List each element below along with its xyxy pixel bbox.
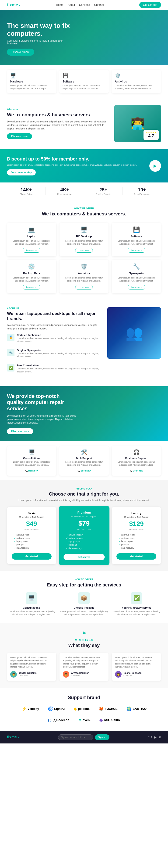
offer-card-laptop-title: Laptop: [11, 235, 53, 238]
discount-cta-button[interactable]: Join membership: [7, 169, 36, 176]
step-consultations-icon: 🖥️: [26, 592, 37, 604]
pricing-luxury-price: $129: [116, 520, 156, 528]
offer-laptop-learn-button[interactable]: Learn more: [23, 248, 40, 253]
step-package: 📦 Choose Package Lorem ipsum dolor sit a…: [60, 592, 108, 616]
support-tech-link[interactable]: 📞 Book now: [77, 470, 91, 472]
twitter-icon[interactable]: t: [151, 735, 152, 739]
support-customer-link[interactable]: 📞 Book now: [130, 470, 143, 472]
offer-card-backup-desc: Lorem ipsum dolor sit amet, consectetur …: [11, 276, 53, 282]
service-card-software: 💾 Software Lorem ipsum dolor sit amet, c…: [59, 70, 109, 93]
footer-logo-accent: me: [11, 735, 17, 739]
offer-antivirus-learn-button[interactable]: Learn more: [75, 285, 93, 289]
laptop-icon: 💻: [11, 226, 53, 233]
stat-members: 4K+ Members Active: [45, 187, 84, 195]
youtube-icon[interactable]: ▶: [154, 735, 157, 739]
footer-signup-button[interactable]: Sign up: [95, 734, 109, 740]
brand-aven-name: aven.: [83, 718, 91, 722]
step-package-icon: 📦: [78, 592, 90, 604]
testimonial-3-name: Rachel Johnson: [124, 672, 141, 674]
pricing-basic-f1: antivirus repair: [12, 534, 52, 536]
offer-desktop-learn-button[interactable]: Learn more: [75, 248, 93, 253]
service-title-antivirus: Antivirus: [115, 80, 158, 83]
asgardia-icon: ◈: [99, 717, 103, 723]
repair-feature-certified-desc: Lorem ipsum dolor sit amet, consectetur …: [17, 337, 103, 343]
offer-backup-learn-button[interactable]: Learn more: [23, 285, 40, 289]
testimonial-1-text: Lorem ipsum dolor sit amet, consectetur …: [10, 656, 53, 669]
pricing-luxury-cta[interactable]: Get started: [116, 553, 156, 560]
testimonial-3-info: Rachel Johnson Customer: [124, 672, 141, 677]
who-text: Who we are We fix computers & business s…: [7, 108, 110, 139]
facebook-icon[interactable]: f: [148, 735, 149, 739]
testimonial-2: Lorem ipsum dolor sit amet, consectetur …: [60, 653, 109, 681]
support-tech-title: Tech Support: [63, 457, 105, 460]
discount-title: Discount up to 50% for member only.: [7, 156, 145, 162]
support-customer-desc: Lorem ipsum dolor sit amet, consectetur …: [115, 461, 158, 466]
support-card-tech: 🛠️ Tech Support Lorem ipsum dolor sit am…: [59, 446, 109, 476]
pricing-basic-cta[interactable]: Get started: [12, 553, 52, 560]
who-discover-button[interactable]: Discover more: [7, 133, 32, 139]
pricing-basic-per: Per / Mo / User: [12, 528, 52, 531]
offer-spareparts-learn-button[interactable]: Learn more: [128, 285, 145, 289]
testimonial-3-author: 👩 Rachel Johnson Customer: [115, 671, 158, 678]
footer-email-input[interactable]: [58, 734, 93, 740]
hero-title: The smart way to fix computers.: [7, 22, 77, 37]
support-customer-title: Customer Support: [115, 457, 158, 460]
stat-experts-label: Certified Experts: [84, 193, 123, 195]
who-desc: Lorem ipsum dolor sit amet, consectetur …: [7, 120, 110, 130]
repair-feature-consultation-desc: Lorem ipsum dolor sit amet, consectetur …: [17, 367, 103, 373]
repair-feature-consultation-title: Free Consultation: [17, 364, 103, 367]
testimonials-section: ❝ WHAT THEY SAY What they say Lorem ipsu…: [0, 623, 168, 688]
testimonial-2-text: Lorem ipsum dolor sit amet, consectetur …: [63, 656, 105, 669]
brand-codelab: { } [s]CodeLab: [45, 717, 72, 723]
offer-card-software-desc: Lorem ipsum dolor sit amet, consectetur …: [115, 240, 157, 245]
linkedin-icon[interactable]: in: [159, 735, 161, 739]
nav-home[interactable]: Home: [56, 3, 64, 6]
pricing-header: PRICING PLAN Choose one that's right for…: [7, 487, 161, 502]
who-image: 👨‍💻 ★★★★★ 4.7: [114, 105, 161, 142]
support-consultations-desc: Lorem ipsum dolor sit amet, consectetur …: [10, 461, 53, 466]
offer-card-software: 💾 Software Lorem ipsum dolor sit amet, c…: [112, 223, 161, 256]
play-button[interactable]: ▶: [149, 160, 161, 172]
pricing-luxury-per: Per / Mo / User: [116, 528, 156, 531]
step-consultations-title: Consultations: [7, 606, 56, 609]
offer-card-desktop-desc: Lorem ipsum dolor sit amet, consectetur …: [63, 240, 105, 245]
offer-card-antivirus-title: Antivirus: [63, 272, 105, 275]
steps-title: Easy step for getting the services: [7, 582, 161, 588]
pricing-luxury-f2: software repair: [116, 537, 156, 539]
support-consultations-link[interactable]: 📞 Book now: [25, 470, 38, 472]
hardware-icon: 🖥️: [10, 73, 53, 79]
logo-text: fix: [7, 3, 12, 7]
offer-software-learn-button[interactable]: Learn more: [128, 248, 145, 253]
brand-asgardia: ◈ ASGARDIA: [97, 716, 123, 724]
brand-lightai-name: LightAI: [54, 707, 65, 711]
topnotch-desc: Lorem ipsum dolor sit amet, consectetur …: [7, 414, 77, 425]
discount-text: Discount up to 50% for member only. Lore…: [7, 156, 145, 176]
topnotch-cta-button[interactable]: Discover more: [7, 428, 33, 434]
pricing-basic-name: Basic: [12, 512, 52, 515]
logo-accent: me: [12, 3, 18, 7]
nav-contact[interactable]: Contact: [94, 3, 104, 6]
navbar-links: Home About Services Contact: [56, 3, 104, 6]
brand-asgardia-name: ASGARDIA: [104, 718, 120, 722]
pricing-premium-f5: data recovery: [64, 547, 104, 550]
nav-about[interactable]: About: [68, 3, 75, 6]
pricing-premium-cta[interactable]: Get started: [64, 554, 104, 560]
topnotch-title: We provide top-notch quality computer re…: [7, 393, 77, 412]
foxhub-icon: 🦊: [98, 706, 104, 711]
pricing-premium-price: $79: [64, 520, 104, 527]
navbar-cta-button[interactable]: Get Started: [139, 2, 161, 8]
hero-cta-button[interactable]: Discover more: [7, 49, 34, 56]
stat-experience-num: 10+: [123, 187, 161, 192]
offer-card-laptop: 💻 Laptop Lorem ipsum dolor sit amet, con…: [7, 223, 56, 256]
goldline-icon: ◆: [73, 706, 77, 711]
repair-feature-spareparts: 🔩 Original Spareparts Lorem ipsum dolor …: [7, 349, 103, 361]
rating-stars: ★★★★★: [146, 131, 156, 134]
repair-title: We repair laptops and desktops for all m…: [7, 311, 103, 321]
nav-services[interactable]: Services: [79, 3, 90, 6]
offer-card-laptop-desc: Lorem ipsum dolor sit amet, consectetur …: [11, 240, 53, 245]
service-desc-software: Lorem ipsum dolor sit amet, consectetur …: [63, 84, 105, 90]
repair-desc: Lorem ipsum dolor sit amet, consectetur …: [7, 323, 103, 330]
testimonial-3-role: Customer: [124, 674, 141, 677]
offer-label: WHAT WE OFFER: [7, 207, 161, 210]
pricing-basic-f3: laptop repair: [12, 540, 52, 542]
